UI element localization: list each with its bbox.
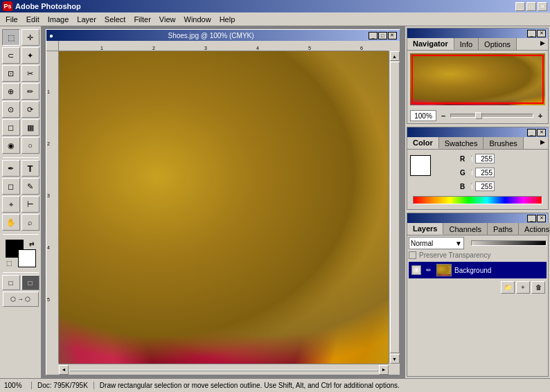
tool-history[interactable]: ⟳ bbox=[21, 101, 39, 118]
tool-notes[interactable]: ✎ bbox=[21, 178, 39, 195]
tool-path[interactable]: ✒ bbox=[2, 160, 20, 177]
ruler-corner bbox=[46, 41, 59, 51]
nav-panel-close[interactable]: ✕ bbox=[537, 30, 546, 37]
menu-filter[interactable]: Filter bbox=[130, 14, 154, 25]
color-spectrum-bar[interactable] bbox=[413, 196, 542, 204]
b-slider[interactable] bbox=[471, 184, 472, 189]
preserve-transparency-row: Preserve Transparency bbox=[409, 251, 547, 259]
tool-zoom[interactable]: ⌕ bbox=[21, 214, 39, 231]
create-layer-set-button[interactable]: 📁 bbox=[501, 281, 515, 294]
swap-colors-button[interactable]: ⇄ bbox=[28, 240, 36, 248]
tool-marquee[interactable]: ⬚ bbox=[2, 29, 20, 46]
zoom-in-button[interactable]: + bbox=[535, 111, 545, 121]
delete-layer-button[interactable]: 🗑 bbox=[531, 281, 545, 294]
doc-maximize-button[interactable]: □ bbox=[378, 32, 387, 39]
tab-info[interactable]: Info bbox=[454, 38, 479, 50]
tool-dodge[interactable]: ○ bbox=[21, 137, 39, 154]
jump-to-button[interactable]: ⬡ → ⬡ bbox=[3, 292, 39, 307]
doc-minimize-button[interactable]: _ bbox=[369, 32, 378, 39]
tool-type[interactable]: T bbox=[21, 160, 39, 177]
tab-paths[interactable]: Paths bbox=[488, 223, 519, 235]
menu-help[interactable]: Help bbox=[215, 14, 240, 25]
opacity-slider[interactable] bbox=[471, 240, 547, 246]
nav-panel-minimize[interactable]: _ bbox=[527, 30, 536, 37]
tool-brush[interactable]: ✏ bbox=[21, 83, 39, 100]
navigator-panel-menu[interactable]: ▶ bbox=[538, 38, 548, 50]
tool-hand[interactable]: ✋ bbox=[2, 214, 20, 231]
scroll-left-button[interactable]: ◄ bbox=[59, 365, 69, 375]
tab-color[interactable]: Color bbox=[407, 137, 439, 149]
menu-edit[interactable]: Edit bbox=[22, 14, 44, 25]
zoom-input[interactable]: 100% bbox=[410, 110, 436, 121]
r-value[interactable]: 255 bbox=[475, 154, 495, 163]
maximize-button[interactable]: □ bbox=[526, 2, 536, 11]
menu-select[interactable]: Select bbox=[100, 14, 130, 25]
minimize-button[interactable]: _ bbox=[515, 2, 525, 11]
layer-background[interactable]: 👁 ✏ Background bbox=[409, 262, 547, 278]
menu-file[interactable]: File bbox=[1, 14, 22, 25]
doc-close-button[interactable]: ✕ bbox=[388, 32, 397, 39]
menu-view[interactable]: View bbox=[155, 14, 180, 25]
standard-mode-button[interactable]: □ bbox=[2, 275, 20, 290]
scroll-v-thumb[interactable] bbox=[390, 62, 400, 353]
tab-actions[interactable]: Actions bbox=[519, 223, 550, 235]
scroll-down-button[interactable]: ▼ bbox=[390, 354, 400, 364]
layers-mode-row: Normal ▼ bbox=[409, 237, 547, 249]
color-panel-minimize[interactable]: _ bbox=[527, 129, 536, 136]
tool-lasso[interactable]: ⊂ bbox=[2, 47, 20, 64]
tool-eraser[interactable]: ◻ bbox=[2, 119, 20, 136]
zoom-slider[interactable] bbox=[450, 114, 533, 118]
full-mode-button[interactable]: □ bbox=[21, 275, 39, 290]
scroll-up-button[interactable]: ▲ bbox=[390, 51, 400, 61]
tab-swatches[interactable]: Swatches bbox=[439, 137, 484, 149]
active-color-swatch[interactable] bbox=[410, 155, 431, 176]
tab-channels[interactable]: Channels bbox=[443, 223, 487, 235]
close-button[interactable]: ✕ bbox=[538, 2, 547, 11]
color-panel-menu[interactable]: ▶ bbox=[538, 137, 548, 149]
scroll-v-track[interactable] bbox=[390, 62, 400, 353]
tab-layers[interactable]: Layers bbox=[407, 223, 443, 235]
tool-measure[interactable]: ⊢ bbox=[21, 196, 39, 213]
tool-shape[interactable]: ◻ bbox=[2, 178, 20, 195]
create-new-layer-button[interactable]: + bbox=[516, 281, 530, 294]
tool-healing[interactable]: ⊕ bbox=[2, 83, 20, 100]
scroll-h-thumb[interactable] bbox=[69, 370, 378, 371]
layer-brush-icon: ✏ bbox=[424, 265, 434, 275]
tab-navigator[interactable]: Navigator bbox=[407, 38, 454, 50]
reset-colors-button[interactable]: ⬚ bbox=[6, 259, 14, 267]
g-slider[interactable] bbox=[471, 170, 472, 175]
menu-layer[interactable]: Layer bbox=[73, 14, 100, 25]
scroll-right-button[interactable]: ► bbox=[379, 365, 389, 375]
b-value[interactable]: 255 bbox=[475, 181, 495, 191]
toolbox: ⬚ ✛ ⊂ ✦ ⊡ ✂ ⊕ ✏ ⊙ ⟳ ◻ ▦ ◉ ○ ✒ T bbox=[0, 26, 42, 378]
tool-blur[interactable]: ◉ bbox=[2, 137, 20, 154]
tool-move[interactable]: ✛ bbox=[21, 29, 39, 46]
background-color[interactable] bbox=[18, 249, 36, 267]
color-selector[interactable]: ⬚ ⇄ bbox=[6, 240, 36, 267]
zoom-out-button[interactable]: – bbox=[438, 111, 448, 121]
layers-panel-close[interactable]: ✕ bbox=[537, 215, 546, 222]
tab-options[interactable]: Options bbox=[479, 38, 517, 50]
tool-eyedropper[interactable]: ⌖ bbox=[2, 196, 20, 213]
blend-mode-dropdown[interactable]: Normal ▼ bbox=[409, 237, 464, 249]
navigator-tabs: Navigator Info Options ▶ bbox=[407, 38, 548, 51]
tool-clone[interactable]: ⊙ bbox=[2, 101, 20, 118]
preserve-transparency-checkbox[interactable] bbox=[409, 251, 416, 259]
tab-brushes[interactable]: Brushes bbox=[484, 137, 523, 149]
horizontal-scrollbar[interactable]: ◄ ► bbox=[59, 364, 389, 375]
tool-gradient[interactable]: ▦ bbox=[21, 119, 39, 136]
tool-slice[interactable]: ✂ bbox=[21, 65, 39, 82]
layers-panel-minimize[interactable]: _ bbox=[527, 215, 536, 222]
tool-crop[interactable]: ⊡ bbox=[2, 65, 20, 82]
document-titlebar: ● Shoes.jpg @ 100% (CMYK) _ □ ✕ bbox=[46, 30, 400, 41]
r-slider[interactable] bbox=[471, 156, 472, 161]
menu-image[interactable]: Image bbox=[44, 14, 73, 25]
layer-visibility-toggle[interactable]: 👁 bbox=[411, 265, 421, 275]
g-value[interactable]: 255 bbox=[475, 168, 495, 177]
tool-magic-wand[interactable]: ✦ bbox=[21, 47, 39, 64]
zoom-slider-thumb[interactable] bbox=[475, 112, 482, 119]
menu-window[interactable]: Window bbox=[180, 14, 215, 25]
color-panel-close[interactable]: ✕ bbox=[537, 129, 546, 136]
vertical-scrollbar[interactable]: ▲ ▼ bbox=[389, 51, 400, 364]
document-title: Shoes.jpg @ 100% (CMYK) bbox=[168, 32, 254, 39]
